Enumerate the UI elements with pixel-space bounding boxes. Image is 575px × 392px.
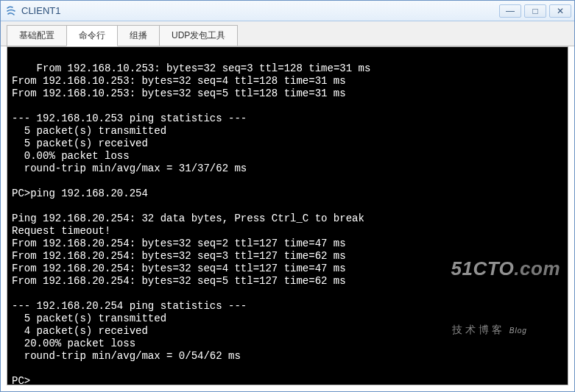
tab-udp-tool[interactable]: UDP发包工具	[159, 25, 238, 46]
watermark-sub: 技术博客	[452, 324, 505, 335]
window-title: CLIENT1	[21, 5, 499, 16]
tab-basic-config[interactable]: 基础配置	[7, 25, 67, 46]
watermark-main-a: 51CTO	[451, 257, 514, 279]
close-button[interactable]: ✕	[549, 4, 571, 18]
window-controls: — □ ✕	[499, 4, 571, 18]
terminal-output[interactable]: From 192.168.10.253: bytes=32 seq=3 ttl=…	[7, 46, 568, 385]
watermark: 51CTO.com 技术博客Blog	[406, 225, 560, 374]
minimize-button[interactable]: —	[499, 4, 521, 18]
tab-cli[interactable]: 命令行	[66, 25, 118, 46]
maximize-button[interactable]: □	[524, 4, 546, 18]
watermark-sub-small: Blog	[509, 327, 527, 335]
watermark-main-b: .com	[514, 257, 560, 279]
titlebar: CLIENT1 — □ ✕	[1, 1, 574, 21]
tab-multicast[interactable]: 组播	[117, 25, 160, 46]
app-window: CLIENT1 — □ ✕ 基础配置 命令行 组播 UDP发包工具 From 1…	[0, 0, 575, 392]
app-icon	[5, 5, 17, 17]
tab-bar: 基础配置 命令行 组播 UDP发包工具	[1, 21, 574, 46]
